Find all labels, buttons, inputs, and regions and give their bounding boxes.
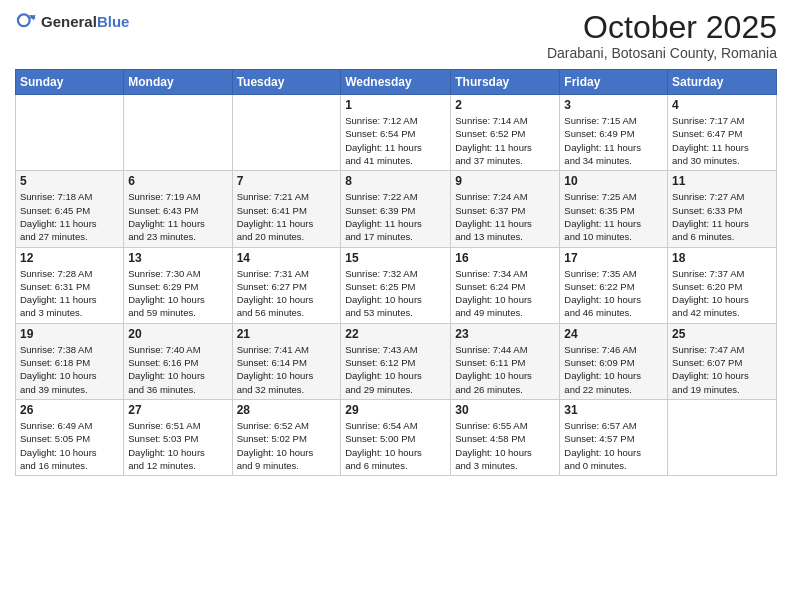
day-info: Sunrise: 7:24 AMSunset: 6:37 PMDaylight:…: [455, 191, 532, 242]
day-number: 14: [237, 251, 337, 265]
day-number: 24: [564, 327, 663, 341]
day-number: 20: [128, 327, 227, 341]
day-info: Sunrise: 6:49 AMSunset: 5:05 PMDaylight:…: [20, 420, 97, 471]
logo-general: General: [41, 14, 97, 29]
table-row: [16, 95, 124, 171]
day-info: Sunrise: 7:44 AMSunset: 6:11 PMDaylight:…: [455, 344, 532, 395]
table-row: 25Sunrise: 7:47 AMSunset: 6:07 PMDayligh…: [668, 323, 777, 399]
day-number: 31: [564, 403, 663, 417]
table-row: 6Sunrise: 7:19 AMSunset: 6:43 PMDaylight…: [124, 171, 232, 247]
table-row: 4Sunrise: 7:17 AMSunset: 6:47 PMDaylight…: [668, 95, 777, 171]
day-info: Sunrise: 6:52 AMSunset: 5:02 PMDaylight:…: [237, 420, 314, 471]
day-info: Sunrise: 7:47 AMSunset: 6:07 PMDaylight:…: [672, 344, 749, 395]
day-info: Sunrise: 7:21 AMSunset: 6:41 PMDaylight:…: [237, 191, 314, 242]
day-info: Sunrise: 7:27 AMSunset: 6:33 PMDaylight:…: [672, 191, 749, 242]
day-info: Sunrise: 6:55 AMSunset: 4:58 PMDaylight:…: [455, 420, 532, 471]
day-info: Sunrise: 7:35 AMSunset: 6:22 PMDaylight:…: [564, 268, 641, 319]
day-info: Sunrise: 7:22 AMSunset: 6:39 PMDaylight:…: [345, 191, 422, 242]
day-number: 29: [345, 403, 446, 417]
day-info: Sunrise: 6:51 AMSunset: 5:03 PMDaylight:…: [128, 420, 205, 471]
table-row: 13Sunrise: 7:30 AMSunset: 6:29 PMDayligh…: [124, 247, 232, 323]
day-info: Sunrise: 7:31 AMSunset: 6:27 PMDaylight:…: [237, 268, 314, 319]
table-row: 16Sunrise: 7:34 AMSunset: 6:24 PMDayligh…: [451, 247, 560, 323]
table-row: [232, 95, 341, 171]
table-row: 7Sunrise: 7:21 AMSunset: 6:41 PMDaylight…: [232, 171, 341, 247]
table-row: 31Sunrise: 6:57 AMSunset: 4:57 PMDayligh…: [560, 399, 668, 475]
day-info: Sunrise: 6:54 AMSunset: 5:00 PMDaylight:…: [345, 420, 422, 471]
day-number: 8: [345, 174, 446, 188]
day-info: Sunrise: 7:12 AMSunset: 6:54 PMDaylight:…: [345, 115, 422, 166]
day-number: 30: [455, 403, 555, 417]
day-info: Sunrise: 7:32 AMSunset: 6:25 PMDaylight:…: [345, 268, 422, 319]
table-row: 10Sunrise: 7:25 AMSunset: 6:35 PMDayligh…: [560, 171, 668, 247]
day-info: Sunrise: 7:30 AMSunset: 6:29 PMDaylight:…: [128, 268, 205, 319]
table-row: 11Sunrise: 7:27 AMSunset: 6:33 PMDayligh…: [668, 171, 777, 247]
day-number: 18: [672, 251, 772, 265]
table-row: 5Sunrise: 7:18 AMSunset: 6:45 PMDaylight…: [16, 171, 124, 247]
calendar-week-row: 5Sunrise: 7:18 AMSunset: 6:45 PMDaylight…: [16, 171, 777, 247]
day-info: Sunrise: 7:14 AMSunset: 6:52 PMDaylight:…: [455, 115, 532, 166]
day-number: 11: [672, 174, 772, 188]
day-number: 10: [564, 174, 663, 188]
day-number: 23: [455, 327, 555, 341]
table-row: 23Sunrise: 7:44 AMSunset: 6:11 PMDayligh…: [451, 323, 560, 399]
day-info: Sunrise: 7:18 AMSunset: 6:45 PMDaylight:…: [20, 191, 97, 242]
header-wednesday: Wednesday: [341, 70, 451, 95]
day-number: 3: [564, 98, 663, 112]
calendar-week-row: 12Sunrise: 7:28 AMSunset: 6:31 PMDayligh…: [16, 247, 777, 323]
table-row: 17Sunrise: 7:35 AMSunset: 6:22 PMDayligh…: [560, 247, 668, 323]
table-row: 27Sunrise: 6:51 AMSunset: 5:03 PMDayligh…: [124, 399, 232, 475]
table-row: 8Sunrise: 7:22 AMSunset: 6:39 PMDaylight…: [341, 171, 451, 247]
calendar-title: October 2025: [547, 10, 777, 45]
day-info: Sunrise: 7:17 AMSunset: 6:47 PMDaylight:…: [672, 115, 749, 166]
table-row: 28Sunrise: 6:52 AMSunset: 5:02 PMDayligh…: [232, 399, 341, 475]
svg-point-0: [18, 14, 30, 26]
table-row: 21Sunrise: 7:41 AMSunset: 6:14 PMDayligh…: [232, 323, 341, 399]
header-sunday: Sunday: [16, 70, 124, 95]
day-info: Sunrise: 7:38 AMSunset: 6:18 PMDaylight:…: [20, 344, 97, 395]
day-info: Sunrise: 7:37 AMSunset: 6:20 PMDaylight:…: [672, 268, 749, 319]
table-row: 22Sunrise: 7:43 AMSunset: 6:12 PMDayligh…: [341, 323, 451, 399]
logo-icon: [15, 10, 37, 32]
day-number: 13: [128, 251, 227, 265]
day-number: 9: [455, 174, 555, 188]
day-info: Sunrise: 6:57 AMSunset: 4:57 PMDaylight:…: [564, 420, 641, 471]
title-block: October 2025 Darabani, Botosani County, …: [547, 10, 777, 61]
header-tuesday: Tuesday: [232, 70, 341, 95]
day-info: Sunrise: 7:19 AMSunset: 6:43 PMDaylight:…: [128, 191, 205, 242]
calendar-week-row: 1Sunrise: 7:12 AMSunset: 6:54 PMDaylight…: [16, 95, 777, 171]
day-number: 7: [237, 174, 337, 188]
day-info: Sunrise: 7:25 AMSunset: 6:35 PMDaylight:…: [564, 191, 641, 242]
table-row: 9Sunrise: 7:24 AMSunset: 6:37 PMDaylight…: [451, 171, 560, 247]
day-number: 5: [20, 174, 119, 188]
day-info: Sunrise: 7:41 AMSunset: 6:14 PMDaylight:…: [237, 344, 314, 395]
calendar-location: Darabani, Botosani County, Romania: [547, 45, 777, 61]
day-number: 16: [455, 251, 555, 265]
day-number: 28: [237, 403, 337, 417]
day-number: 2: [455, 98, 555, 112]
table-row: 2Sunrise: 7:14 AMSunset: 6:52 PMDaylight…: [451, 95, 560, 171]
day-number: 25: [672, 327, 772, 341]
day-number: 6: [128, 174, 227, 188]
header-saturday: Saturday: [668, 70, 777, 95]
table-row: 15Sunrise: 7:32 AMSunset: 6:25 PMDayligh…: [341, 247, 451, 323]
day-number: 12: [20, 251, 119, 265]
day-number: 27: [128, 403, 227, 417]
table-row: 26Sunrise: 6:49 AMSunset: 5:05 PMDayligh…: [16, 399, 124, 475]
header-thursday: Thursday: [451, 70, 560, 95]
table-row: 19Sunrise: 7:38 AMSunset: 6:18 PMDayligh…: [16, 323, 124, 399]
table-row: 18Sunrise: 7:37 AMSunset: 6:20 PMDayligh…: [668, 247, 777, 323]
day-number: 21: [237, 327, 337, 341]
calendar-table: Sunday Monday Tuesday Wednesday Thursday…: [15, 69, 777, 476]
day-number: 4: [672, 98, 772, 112]
table-row: 1Sunrise: 7:12 AMSunset: 6:54 PMDaylight…: [341, 95, 451, 171]
page: General Blue October 2025 Darabani, Boto…: [0, 0, 792, 612]
table-row: 3Sunrise: 7:15 AMSunset: 6:49 PMDaylight…: [560, 95, 668, 171]
logo: General Blue: [15, 10, 129, 32]
day-number: 15: [345, 251, 446, 265]
logo-text: General Blue: [41, 14, 129, 29]
table-row: 24Sunrise: 7:46 AMSunset: 6:09 PMDayligh…: [560, 323, 668, 399]
day-info: Sunrise: 7:28 AMSunset: 6:31 PMDaylight:…: [20, 268, 97, 319]
calendar-week-row: 26Sunrise: 6:49 AMSunset: 5:05 PMDayligh…: [16, 399, 777, 475]
day-number: 19: [20, 327, 119, 341]
